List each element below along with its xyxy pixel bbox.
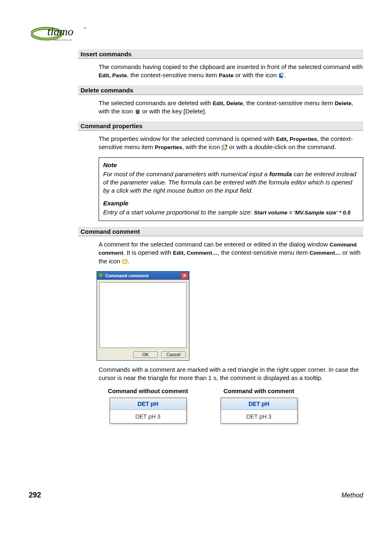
section-delete-commands: Delete commands	[78, 85, 363, 95]
svg-text:tiamo: tiamo	[47, 25, 74, 38]
section-title: Command comment	[81, 228, 140, 235]
section-props-body: The properties window for the selected c…	[99, 135, 363, 152]
cancel-button[interactable]: Cancel	[161, 351, 186, 358]
command-box-title: DET pH	[110, 398, 186, 410]
svg-rect-7	[136, 110, 140, 111]
command-box: DET pH DET pH 3	[110, 398, 187, 424]
section-comment-body: A comment for the selected command can b…	[99, 240, 363, 265]
dialog-app-icon	[98, 273, 104, 279]
svg-marker-16	[98, 273, 104, 278]
note-text: For most of the command parameters with …	[103, 170, 359, 195]
paste-icon	[279, 72, 284, 78]
command-with-comment-col: Command with comment DET pH DET pH 3	[210, 388, 308, 424]
section-command-properties: Command properties	[78, 121, 363, 131]
section-insert-commands: Insert commands	[78, 49, 363, 59]
properties-icon	[221, 144, 227, 150]
command-box-label: DET pH 3	[221, 410, 297, 423]
col-title: Command with comment	[210, 388, 308, 394]
section-title: Delete commands	[81, 87, 133, 94]
comment-icon	[122, 258, 128, 264]
section-title: Insert commands	[81, 51, 131, 58]
section-insert-body: The commands having copied to the clipbo…	[99, 63, 363, 80]
note-box: Note For most of the command parameters …	[99, 157, 363, 221]
command-without-comment-col: Command without comment DET pH DET pH 3	[99, 388, 197, 424]
trash-icon	[135, 108, 141, 114]
comment-after-dialog: Commands with a comment are marked with …	[99, 366, 363, 382]
command-box-label: DET pH 3	[110, 410, 186, 423]
svg-rect-14	[122, 260, 127, 263]
ok-button[interactable]: OK	[133, 351, 158, 358]
tiamo-logo-svg: tiamo ™ titration and more	[31, 23, 90, 46]
col-title: Command without comment	[99, 388, 197, 394]
dialog-titlebar[interactable]: Command comment ✕	[97, 272, 189, 280]
command-box-title: DET pH	[221, 398, 297, 410]
svg-rect-5	[281, 73, 283, 76]
command-comment-dialog: Command comment ✕ OK Cancel	[97, 271, 189, 361]
dialog-close-button[interactable]: ✕	[181, 272, 188, 279]
section-command-comment: Command comment	[78, 227, 363, 236]
page-number: 292	[29, 491, 41, 500]
section-title: Command properties	[81, 122, 143, 129]
logo-subtitle: titration and more	[53, 39, 72, 41]
comment-textarea[interactable]	[99, 282, 187, 348]
example-title: Example	[103, 199, 359, 207]
tiamo-logo: tiamo ™ titration and more	[31, 23, 90, 44]
svg-point-13	[226, 145, 227, 147]
example-text: Entry of a start volume proportional to …	[103, 208, 359, 216]
dialog-title: Command comment	[105, 273, 149, 278]
command-comparison: Command without comment DET pH DET pH 3 …	[99, 388, 363, 424]
command-box: DET pH DET pH 3	[221, 398, 297, 424]
note-title: Note	[103, 161, 359, 169]
svg-text:™: ™	[83, 27, 86, 30]
section-delete-body: The selected commands are deleted with E…	[99, 99, 363, 116]
footer-section: Method	[341, 492, 363, 499]
page-footer: 292 Method	[29, 491, 363, 500]
